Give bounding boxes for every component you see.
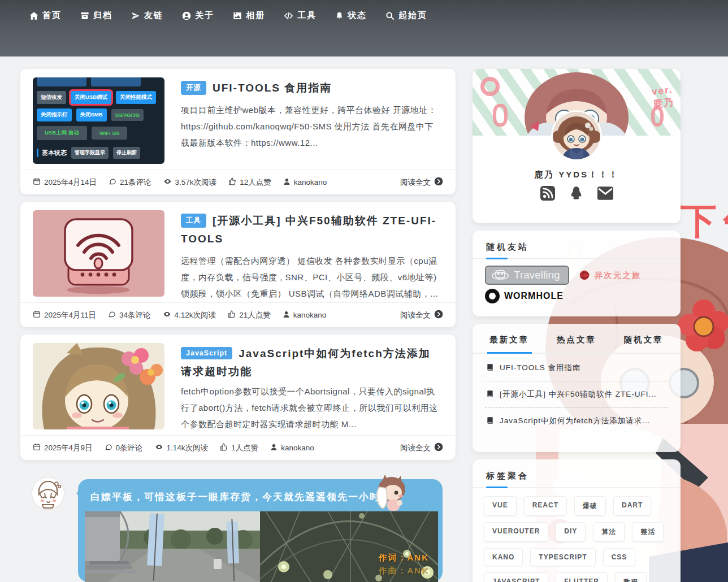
article-list: UFI-TOOLS 食用指南 [开源小工具] 中兴F50辅助软件 ZTE-UFI… [473, 354, 681, 434]
email-icon[interactable] [597, 186, 613, 200]
time-greeting-text: 下午 [681, 197, 728, 246]
post-author[interactable]: kanokano [293, 311, 327, 319]
views-icon [155, 443, 163, 453]
tag-chip[interactable]: DART [613, 496, 651, 516]
rss-icon[interactable] [540, 186, 555, 201]
category-badge[interactable]: 开源 [181, 81, 206, 95]
post-date: 2025年4月9日 [44, 443, 93, 453]
tag-chip[interactable]: DIY [556, 522, 586, 542]
tag-chip[interactable]: KANO [484, 548, 523, 566]
video-thumbnail-outdoor[interactable] [85, 511, 260, 582]
post-author[interactable]: kanokano [294, 178, 327, 186]
read-more-link[interactable]: 阅读全文 [400, 310, 443, 320]
nav-item-startpage[interactable]: 起始页 [385, 10, 427, 21]
post-date: 2025年4月14日 [44, 177, 97, 188]
post-likes: 21人点赞 [239, 310, 271, 320]
home-icon [29, 11, 38, 20]
friends-card: 随机友站 Travelling [473, 231, 681, 316]
post-date: 2025年4月11日 [44, 310, 96, 320]
tab-random-articles[interactable]: 随机文章 [610, 324, 677, 353]
article-list-label: UFI-TOOLS 食用指南 [500, 363, 581, 373]
tag-chip[interactable]: REACT [524, 496, 567, 516]
category-badge[interactable]: JavaScript [181, 347, 232, 359]
read-more-link[interactable]: 阅读全文 [400, 177, 443, 188]
post-comments: 0条评论 [116, 443, 143, 453]
post-card: 短信收发 关闭USB调试 关闭性能模式 关闭指示灯 关闭SMB 5G/4G/3G… [20, 69, 456, 194]
post-thumbnail[interactable] [33, 210, 164, 297]
book-icon [486, 363, 494, 373]
tag-chip[interactable]: 爆破 [574, 496, 606, 516]
banner-text: ver. 鹿乃 [651, 84, 675, 111]
main-nav: 首页 归档 友链 关于 相册 工具 [0, 0, 728, 21]
nav-label: 首页 [42, 10, 62, 21]
tag-chip[interactable]: 算法 [593, 522, 625, 542]
post-title[interactable]: UFI-TOOLS 食用指南 [213, 82, 332, 94]
tag-chip[interactable]: JAVASCRIPT [484, 572, 548, 582]
tag-chip[interactable]: TYPESCRIPT [530, 548, 595, 566]
comments-icon [109, 177, 116, 187]
tag-chip[interactable]: CSS [603, 548, 636, 566]
comments-icon [108, 310, 116, 320]
profile-social-links [473, 185, 681, 201]
arrow-circle-icon [434, 310, 443, 320]
articles-card: 最新文章 热点文章 随机文章 UFI-TOOLS 食用指南 [开源小工具] 中兴… [473, 324, 681, 452]
calendar-icon [33, 310, 41, 320]
video-thumbnail-stadium[interactable]: 作词：ANK 作曲：ANK [260, 511, 438, 582]
article-list-item[interactable]: [开源小工具] 中兴F50辅助软件 ZTE-UFI... [485, 381, 668, 408]
profile-avatar[interactable] [553, 112, 600, 159]
article-list-item[interactable]: UFI-TOOLS 食用指南 [485, 355, 668, 381]
friend-link-wormhole[interactable]: WORMHOLE [485, 289, 668, 303]
tag-chip[interactable]: 教程 [615, 572, 647, 582]
bell-icon [335, 11, 344, 20]
category-badge[interactable]: 工具 [181, 214, 206, 228]
tag-chip[interactable]: 整活 [632, 522, 664, 542]
article-list-label: JavaScript中如何为fetch方法添加请求... [500, 416, 651, 426]
video-credit-line: 作曲：ANK [379, 564, 430, 577]
post-thumbnail[interactable] [33, 343, 164, 429]
post-likes: 12人点赞 [240, 177, 271, 188]
article-list-label: [开源小工具] 中兴F50辅助软件 ZTE-UFI... [500, 389, 657, 399]
tag-chip[interactable]: VUEROUTER [484, 522, 548, 542]
article-list-item[interactable]: JavaScript中如何为fetch方法添加请求... [485, 408, 668, 434]
tab-hot-articles[interactable]: 热点文章 [543, 324, 610, 353]
author-icon [283, 178, 291, 187]
likes-icon [228, 310, 236, 320]
nav-item-friends[interactable]: 友链 [131, 10, 163, 21]
profile-card: ver. 鹿乃 鹿乃 YYDS！！！ [473, 69, 681, 223]
friend-link-travelling[interactable]: Travelling [485, 266, 569, 285]
post-author[interactable]: kanokano [281, 444, 314, 452]
post-title-row: JavaScriptJavaScript中如何为fetch方法添加请求超时功能 [181, 345, 442, 381]
nav-item-about[interactable]: 关于 [182, 10, 214, 21]
tag-chip[interactable]: VUE [484, 496, 517, 516]
calendar-icon [33, 177, 41, 187]
top-navbar: 首页 归档 友链 关于 相册 工具 [0, 0, 728, 57]
likes-icon [220, 443, 228, 453]
post-title-row: 工具[开源小工具] 中兴F50辅助软件 ZTE-UFI-TOOLS [181, 212, 442, 248]
nav-item-archive[interactable]: 归档 [80, 10, 112, 21]
user-icon [182, 11, 191, 20]
bus-icon [492, 269, 509, 281]
calendar-icon [33, 443, 41, 453]
app-screenshot-ui: 短信收发 关闭USB调试 关闭性能模式 关闭指示灯 关闭SMB 5G/4G/3G… [33, 77, 164, 164]
post-views: 4.12k次阅读 [175, 310, 216, 320]
nav-item-status[interactable]: 状态 [335, 10, 367, 21]
tab-latest-articles[interactable]: 最新文章 [476, 324, 543, 353]
nav-item-tools[interactable]: 工具 [284, 10, 317, 21]
tag-chip[interactable]: FLUTTER [556, 572, 608, 582]
qq-icon[interactable] [569, 185, 584, 201]
video-strip[interactable]: 作词：ANK 作曲：ANK [85, 511, 438, 582]
arrow-circle-icon [434, 442, 443, 453]
post-title[interactable]: [开源小工具] 中兴F50辅助软件 ZTE-UFI-TOOLS [181, 215, 436, 245]
nav-item-home[interactable]: 首页 [29, 10, 62, 21]
read-more-link[interactable]: 阅读全文 [400, 442, 443, 453]
friend-link-dimension[interactable]: 异次元之旅 [578, 269, 642, 281]
nav-label: 归档 [93, 10, 112, 21]
post-excerpt: fetch中option参数可以接受一个Abortsignal，只要传入的sig… [181, 383, 442, 432]
search-icon [385, 11, 395, 20]
post-content: 工具[开源小工具] 中兴F50辅助软件 ZTE-UFI-TOOLS 远程管理（需… [181, 212, 442, 300]
views-icon [163, 177, 172, 187]
ui-button: 短信收发 [37, 91, 66, 104]
post-meta: 2025年4月9日 0条评论 1.14k次阅读 1人点赞 kanokano 阅读… [20, 435, 456, 460]
post-thumbnail[interactable]: 短信收发 关闭USB调试 关闭性能模式 关闭指示灯 关闭SMB 5G/4G/3G… [33, 77, 164, 164]
nav-item-album[interactable]: 相册 [233, 10, 265, 21]
